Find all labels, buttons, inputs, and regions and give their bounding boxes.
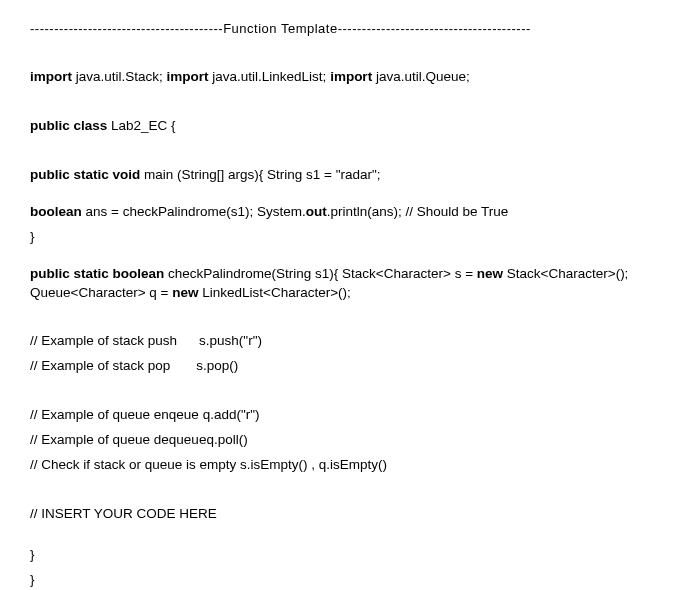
class-declaration: public class Lab2_EC { <box>30 117 668 136</box>
method-mid: checkPalindrome(String s1){ Stack<Charac… <box>164 266 477 281</box>
example-enqueue: // Example of queue enqeue q.add("r") <box>30 406 668 425</box>
example-push-label: // Example of stack push <box>30 333 177 348</box>
example-pop: // Example of stack pops.pop() <box>30 357 668 376</box>
keyword-public-static-void: public static void <box>30 167 140 182</box>
closing-brace: } <box>30 228 668 247</box>
keyword-new: new <box>477 266 503 281</box>
boolean-line: boolean ans = checkPalindrome(s1); Syste… <box>30 203 668 222</box>
main-method-line: public static void main (String[] args){… <box>30 166 668 185</box>
example-push: // Example of stack pushs.push("r") <box>30 332 668 351</box>
closing-brace: } <box>30 571 668 590</box>
section-header: ----------------------------------------… <box>30 20 668 38</box>
method-declaration: public static boolean checkPalindrome(St… <box>30 265 668 303</box>
closing-brace: } <box>30 546 668 565</box>
import-value: java.util.Stack; <box>72 69 167 84</box>
boolean-mid: ans = checkPalindrome(s1); System. <box>82 204 306 219</box>
keyword-public-class: public class <box>30 118 107 133</box>
keyword-out: out <box>306 204 327 219</box>
example-dequeue: // Example of queue dequeueq.poll() <box>30 431 668 450</box>
method-rest: LinkedList<Character>(); <box>198 285 350 300</box>
keyword-import: import <box>30 69 72 84</box>
main-method-rest: main (String[] args){ String s1 = "radar… <box>140 167 380 182</box>
keyword-new: new <box>172 285 198 300</box>
import-value: java.util.LinkedList; <box>209 69 331 84</box>
example-empty: // Check if stack or queue is empty s.is… <box>30 456 668 475</box>
import-statement: import java.util.Stack; import java.util… <box>30 68 668 87</box>
insert-code-comment: // INSERT YOUR CODE HERE <box>30 505 668 524</box>
example-pop-label: // Example of stack pop <box>30 358 170 373</box>
example-push-code: s.push("r") <box>199 332 262 351</box>
import-value: java.util.Queue; <box>372 69 470 84</box>
keyword-import: import <box>330 69 372 84</box>
example-pop-code: s.pop() <box>196 357 238 376</box>
boolean-rest: .println(ans); // Should be True <box>327 204 509 219</box>
keyword-public-static-boolean: public static boolean <box>30 266 164 281</box>
keyword-import: import <box>167 69 209 84</box>
keyword-boolean: boolean <box>30 204 82 219</box>
class-name: Lab2_EC { <box>107 118 175 133</box>
